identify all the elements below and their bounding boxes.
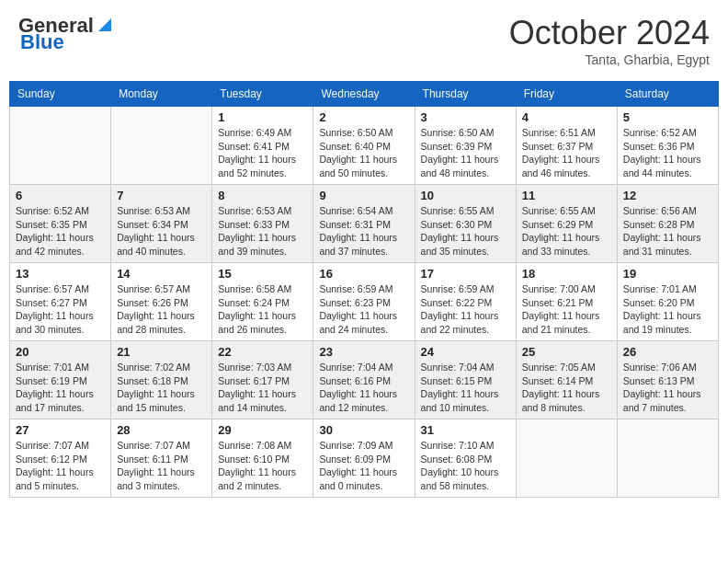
day-info: Sunrise: 6:50 AMSunset: 6:40 PMDaylight:… [319,126,408,180]
calendar-cell: 29Sunrise: 7:08 AMSunset: 6:10 PMDayligh… [212,419,313,498]
weekday-header-thursday: Thursday [415,82,516,107]
calendar-cell: 3Sunrise: 6:50 AMSunset: 6:39 PMDaylight… [415,107,516,185]
day-info: Sunrise: 6:58 AMSunset: 6:24 PMDaylight:… [218,282,307,337]
page-header: General Blue October 2024 Tanta, Gharbia… [9,9,719,72]
calendar-cell: 19Sunrise: 7:01 AMSunset: 6:20 PMDayligh… [617,263,718,341]
weekday-header-monday: Monday [111,82,212,107]
calendar-cell: 8Sunrise: 6:53 AMSunset: 6:33 PMDaylight… [212,185,313,263]
calendar-cell: 13Sunrise: 6:57 AMSunset: 6:27 PMDayligh… [10,263,111,341]
day-info: Sunrise: 7:04 AMSunset: 6:16 PMDaylight:… [319,361,408,415]
day-number: 2 [319,110,408,124]
calendar-cell: 26Sunrise: 7:06 AMSunset: 6:13 PMDayligh… [617,341,718,419]
calendar-cell: 30Sunrise: 7:09 AMSunset: 6:09 PMDayligh… [313,419,415,498]
day-info: Sunrise: 7:06 AMSunset: 6:13 PMDaylight:… [623,361,712,415]
day-info: Sunrise: 7:10 AMSunset: 6:08 PMDaylight:… [421,439,510,493]
calendar-cell: 12Sunrise: 6:56 AMSunset: 6:28 PMDayligh… [617,185,718,263]
calendar-cell [111,107,212,185]
calendar-cell: 5Sunrise: 6:52 AMSunset: 6:36 PMDaylight… [617,107,718,185]
day-number: 18 [522,267,611,281]
day-number: 29 [218,423,307,437]
calendar-week-row: 20Sunrise: 7:01 AMSunset: 6:19 PMDayligh… [10,341,719,419]
day-number: 11 [522,189,611,202]
calendar-cell: 20Sunrise: 7:01 AMSunset: 6:19 PMDayligh… [10,341,111,419]
calendar-week-row: 1Sunrise: 6:49 AMSunset: 6:41 PMDaylight… [10,107,719,185]
calendar-cell: 9Sunrise: 6:54 AMSunset: 6:31 PMDaylight… [313,185,415,263]
calendar-cell: 25Sunrise: 7:05 AMSunset: 6:14 PMDayligh… [516,341,617,419]
svg-marker-0 [98,18,111,31]
calendar-cell: 15Sunrise: 6:58 AMSunset: 6:24 PMDayligh… [212,263,313,341]
day-number: 4 [522,110,611,124]
day-number: 21 [117,345,206,359]
day-number: 26 [623,345,712,359]
day-info: Sunrise: 7:02 AMSunset: 6:18 PMDaylight:… [117,361,206,415]
day-info: Sunrise: 6:55 AMSunset: 6:30 PMDaylight:… [421,204,510,259]
day-number: 10 [421,189,510,202]
calendar-cell: 22Sunrise: 7:03 AMSunset: 6:17 PMDayligh… [212,341,313,419]
title-area: October 2024 Tanta, Gharbia, Egypt [509,14,710,67]
weekday-header-saturday: Saturday [617,82,718,107]
day-info: Sunrise: 6:52 AMSunset: 6:35 PMDaylight:… [16,204,105,259]
day-info: Sunrise: 6:55 AMSunset: 6:29 PMDaylight:… [522,204,611,259]
calendar-cell: 21Sunrise: 7:02 AMSunset: 6:18 PMDayligh… [111,341,212,419]
logo-area: General Blue [18,14,115,54]
calendar-cell: 31Sunrise: 7:10 AMSunset: 6:08 PMDayligh… [415,419,516,498]
day-number: 12 [623,189,712,202]
day-number: 17 [421,267,510,281]
calendar-cell [516,419,617,498]
day-info: Sunrise: 6:49 AMSunset: 6:41 PMDaylight:… [218,126,307,180]
day-info: Sunrise: 7:07 AMSunset: 6:12 PMDaylight:… [16,439,105,493]
day-info: Sunrise: 6:59 AMSunset: 6:22 PMDaylight:… [421,282,510,337]
day-info: Sunrise: 6:59 AMSunset: 6:23 PMDaylight:… [319,282,408,337]
weekday-header-friday: Friday [516,82,617,107]
day-info: Sunrise: 6:56 AMSunset: 6:28 PMDaylight:… [623,204,712,259]
location-subtitle: Tanta, Gharbia, Egypt [509,52,710,67]
day-number: 22 [218,345,307,359]
calendar-cell [617,419,718,498]
day-number: 15 [218,267,307,281]
weekday-header-wednesday: Wednesday [313,82,415,107]
day-info: Sunrise: 6:51 AMSunset: 6:37 PMDaylight:… [522,126,611,180]
day-number: 16 [319,267,408,281]
logo: General Blue [18,14,115,54]
calendar-cell: 11Sunrise: 6:55 AMSunset: 6:29 PMDayligh… [516,185,617,263]
calendar-cell: 24Sunrise: 7:04 AMSunset: 6:15 PMDayligh… [415,341,516,419]
day-info: Sunrise: 6:52 AMSunset: 6:36 PMDaylight:… [623,126,712,180]
calendar-cell: 16Sunrise: 6:59 AMSunset: 6:23 PMDayligh… [313,263,415,341]
day-number: 27 [16,423,105,437]
calendar-cell [10,107,111,185]
day-info: Sunrise: 7:04 AMSunset: 6:15 PMDaylight:… [421,361,510,415]
calendar-cell: 28Sunrise: 7:07 AMSunset: 6:11 PMDayligh… [111,419,212,498]
day-number: 13 [16,267,105,281]
weekday-header-sunday: Sunday [10,82,111,107]
calendar-cell: 14Sunrise: 6:57 AMSunset: 6:26 PMDayligh… [111,263,212,341]
calendar-table: SundayMondayTuesdayWednesdayThursdayFrid… [9,81,719,498]
month-title: October 2024 [509,14,710,52]
day-info: Sunrise: 7:08 AMSunset: 6:10 PMDaylight:… [218,439,307,493]
calendar-week-row: 6Sunrise: 6:52 AMSunset: 6:35 PMDaylight… [10,185,719,263]
day-info: Sunrise: 7:09 AMSunset: 6:09 PMDaylight:… [319,439,408,493]
day-info: Sunrise: 6:57 AMSunset: 6:27 PMDaylight:… [16,282,105,337]
day-info: Sunrise: 6:53 AMSunset: 6:34 PMDaylight:… [117,204,206,259]
calendar-week-row: 13Sunrise: 6:57 AMSunset: 6:27 PMDayligh… [10,263,719,341]
day-info: Sunrise: 6:54 AMSunset: 6:31 PMDaylight:… [319,204,408,259]
calendar-cell: 6Sunrise: 6:52 AMSunset: 6:35 PMDaylight… [10,185,111,263]
day-info: Sunrise: 7:05 AMSunset: 6:14 PMDaylight:… [522,361,611,415]
logo-blue-text: Blue [20,30,64,54]
day-number: 28 [117,423,206,437]
logo-triangle-icon [95,15,115,35]
day-number: 31 [421,423,510,437]
calendar-cell: 10Sunrise: 6:55 AMSunset: 6:30 PMDayligh… [415,185,516,263]
day-number: 3 [421,110,510,124]
calendar-cell: 1Sunrise: 6:49 AMSunset: 6:41 PMDaylight… [212,107,313,185]
calendar-cell: 4Sunrise: 6:51 AMSunset: 6:37 PMDaylight… [516,107,617,185]
day-number: 6 [16,189,105,202]
day-number: 8 [218,189,307,202]
day-info: Sunrise: 7:01 AMSunset: 6:20 PMDaylight:… [623,282,712,337]
calendar-header-row: SundayMondayTuesdayWednesdayThursdayFrid… [10,82,719,107]
day-info: Sunrise: 7:01 AMSunset: 6:19 PMDaylight:… [16,361,105,415]
day-number: 20 [16,345,105,359]
calendar-cell: 18Sunrise: 7:00 AMSunset: 6:21 PMDayligh… [516,263,617,341]
day-number: 5 [623,110,712,124]
day-info: Sunrise: 7:07 AMSunset: 6:11 PMDaylight:… [117,439,206,493]
day-info: Sunrise: 6:50 AMSunset: 6:39 PMDaylight:… [421,126,510,180]
